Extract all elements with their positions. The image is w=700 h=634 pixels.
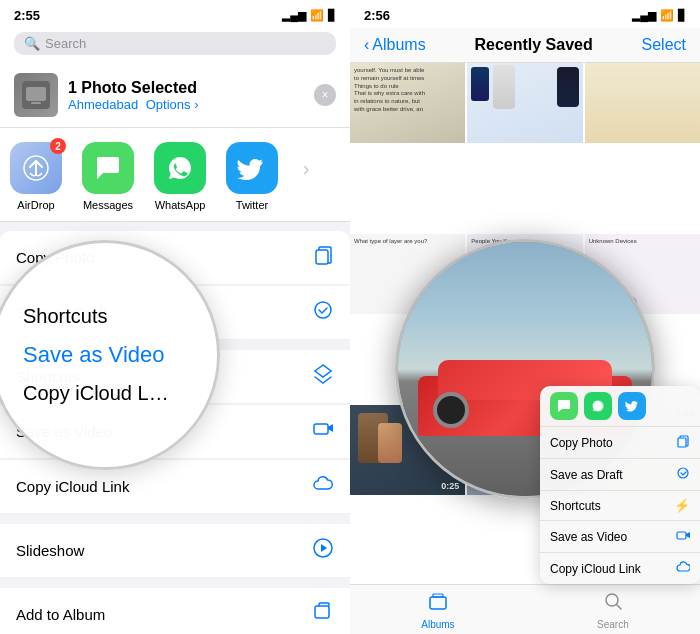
- cell-1-text: yourself. You must be ableto remain your…: [354, 67, 461, 114]
- menu-item-save-video[interactable]: Save as Video: [0, 405, 350, 459]
- right-status-bar: 2:56 ▂▄▆ 📶 ▊: [350, 0, 700, 28]
- twitter-icon[interactable]: [226, 142, 278, 194]
- app-icons-row: 2 AirDrop Messages WhatsApp Twitter ›: [0, 128, 350, 222]
- mini-shortcuts-icon: ⚡: [674, 498, 690, 513]
- add-album-label: Add to Album: [16, 606, 105, 623]
- share-header: 1 Photo Selected Ahmedabad Options › ×: [0, 63, 350, 128]
- mini-copy-photo-label: Copy Photo: [550, 436, 613, 450]
- save-video-label: Save as Video: [16, 423, 112, 440]
- mini-copy-icon: [676, 434, 690, 451]
- share-thumbnail: [14, 73, 58, 117]
- svg-rect-4: [316, 250, 328, 264]
- messages-label: Messages: [83, 199, 133, 211]
- menu-item-add-album[interactable]: Add to Album: [0, 588, 350, 634]
- mini-twitter-icon: [618, 392, 646, 420]
- shortcuts-icon: [312, 363, 334, 390]
- svg-point-14: [678, 468, 688, 478]
- share-options[interactable]: Options ›: [146, 97, 199, 112]
- mini-save-draft-label: Save as Draft: [550, 468, 623, 482]
- icloud-label: Copy iCloud Link: [16, 478, 129, 495]
- mini-save-video[interactable]: Save as Video: [540, 520, 700, 552]
- car-wheel-left: [433, 392, 469, 428]
- slideshow-label: Slideshow: [16, 542, 84, 559]
- whatsapp-icon-item[interactable]: WhatsApp: [144, 142, 216, 211]
- phone-icon-3: [493, 65, 515, 109]
- messages-icon-item[interactable]: Messages: [72, 142, 144, 211]
- svg-rect-6: [314, 424, 328, 434]
- menu-item-copy-photo[interactable]: Copy Photo: [0, 231, 350, 285]
- left-panel: 2:55 ▂▄▆ 📶 ▊ 🔍 Search 1 Photo Selected A…: [0, 0, 350, 634]
- menu-divider-2: [0, 515, 350, 523]
- search-bar-row: 🔍 Search: [0, 28, 350, 63]
- page-title: Recently Saved: [474, 36, 592, 54]
- whatsapp-icon[interactable]: [154, 142, 206, 194]
- save-draft-icon: [312, 299, 334, 326]
- mini-copy-photo[interactable]: Copy Photo: [540, 426, 700, 458]
- right-status-time: 2:56: [364, 8, 390, 23]
- svg-rect-15: [677, 532, 686, 539]
- search-bar[interactable]: 🔍 Search: [14, 32, 336, 55]
- grid-cell-2[interactable]: [467, 63, 582, 143]
- tab-search[interactable]: Search: [597, 590, 629, 630]
- right-panel: 2:56 ▂▄▆ 📶 ▊ ‹ Albums Recently Saved Sel…: [350, 0, 700, 634]
- search-icon: 🔍: [24, 36, 40, 51]
- left-status-bar: 2:55 ▂▄▆ 📶 ▊: [0, 0, 350, 28]
- share-info: 1 Photo Selected Ahmedabad Options ›: [68, 79, 199, 112]
- mini-video-icon: [676, 528, 690, 545]
- close-button[interactable]: ×: [314, 84, 336, 106]
- mini-save-video-label: Save as Video: [550, 530, 627, 544]
- airdrop-badge: 2: [50, 138, 66, 154]
- more-apps-indicator: ›: [288, 142, 324, 194]
- battery-icon: ▊: [328, 9, 336, 22]
- menu-item-icloud[interactable]: Copy iCloud Link: [0, 460, 350, 514]
- svg-point-5: [315, 302, 331, 318]
- right-status-icons: ▂▄▆ 📶 ▊: [632, 9, 686, 22]
- save-video-icon: [312, 418, 334, 445]
- mini-icloud-label: Copy iCloud Link: [550, 562, 641, 576]
- search-label: Search: [45, 36, 86, 51]
- messages-icon[interactable]: [82, 142, 134, 194]
- menu-item-slideshow[interactable]: Slideshow: [0, 524, 350, 578]
- wifi-icon: 📶: [310, 9, 324, 22]
- airdrop-icon-item[interactable]: 2 AirDrop: [0, 142, 72, 211]
- mini-shortcuts[interactable]: Shortcuts ⚡: [540, 490, 700, 520]
- search-tab-icon: [602, 590, 624, 617]
- mini-icloud-icon: [676, 560, 690, 577]
- grid-cell-1[interactable]: yourself. You must be ableto remain your…: [350, 63, 465, 143]
- right-nav-bar: ‹ Albums Recently Saved Select: [350, 28, 700, 63]
- mini-shortcuts-label: Shortcuts: [550, 499, 601, 513]
- add-album-icon: [312, 601, 334, 628]
- mini-icloud[interactable]: Copy iCloud Link: [540, 552, 700, 584]
- menu-item-save-draft[interactable]: Save as Draft: [0, 286, 350, 340]
- share-title: 1 Photo Selected: [68, 79, 199, 97]
- back-chevron-icon: ‹: [364, 36, 369, 54]
- albums-icon: [427, 590, 449, 617]
- tab-albums[interactable]: Albums: [421, 590, 454, 630]
- back-label: Albums: [372, 36, 425, 54]
- twitter-icon-item[interactable]: Twitter: [216, 142, 288, 211]
- save-draft-label: Save as Draft: [16, 304, 107, 321]
- mini-whatsapp-icon: [584, 392, 612, 420]
- albums-label: Albums: [421, 619, 454, 630]
- grid-cell-3[interactable]: [585, 63, 700, 143]
- whatsapp-label: WhatsApp: [155, 199, 206, 211]
- svg-rect-13: [678, 438, 686, 447]
- menu-item-shortcuts[interactable]: Shortcuts: [0, 350, 350, 404]
- svg-rect-17: [433, 594, 443, 597]
- r-signal-icon: ▂▄▆: [632, 9, 656, 22]
- svg-rect-1: [26, 87, 46, 101]
- airdrop-icon[interactable]: 2: [10, 142, 62, 194]
- right-mini-sheet: Copy Photo Save as Draft Shortcuts ⚡ Sav…: [540, 386, 700, 584]
- mini-sheet-header: [540, 386, 700, 426]
- right-tab-bar: Albums Search: [350, 584, 700, 634]
- mini-save-draft[interactable]: Save as Draft: [540, 458, 700, 490]
- svg-rect-2: [31, 102, 41, 104]
- menu-divider-1: [0, 341, 350, 349]
- copy-photo-label: Copy Photo: [16, 249, 94, 266]
- menu-list: Copy Photo Save as Draft Shortcuts Save …: [0, 222, 350, 634]
- signal-icon: ▂▄▆: [282, 9, 306, 22]
- twitter-label: Twitter: [236, 199, 268, 211]
- select-button[interactable]: Select: [642, 36, 686, 54]
- mini-draft-icon: [676, 466, 690, 483]
- back-button[interactable]: ‹ Albums: [364, 36, 426, 54]
